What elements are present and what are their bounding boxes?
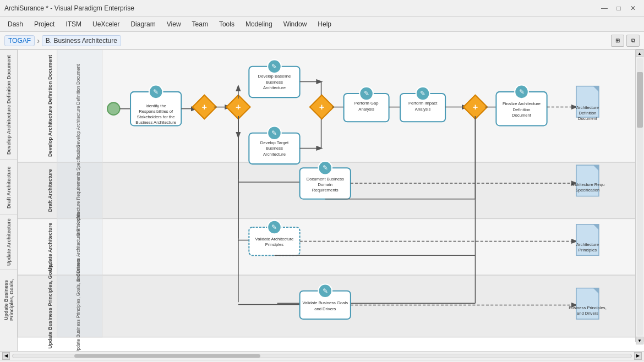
- menu-item-uexceler[interactable]: UeXceler: [87, 18, 125, 30]
- svg-text:✎: ✎: [271, 129, 277, 137]
- menu-item-window[interactable]: Window: [278, 18, 313, 30]
- svg-text:Analysis: Analysis: [358, 107, 374, 112]
- svg-text:Identify the: Identify the: [145, 103, 166, 108]
- svg-text:Requirements: Requirements: [312, 188, 339, 193]
- breadcrumb-nav: TOGAF › B. Business Architecture: [4, 35, 121, 46]
- svg-text:Business: Business: [266, 146, 283, 151]
- app-title: ArchiSurance * - Visual Paradigm Enterpr…: [4, 4, 134, 12]
- svg-text:Stakeholders for the: Stakeholders for the: [137, 114, 175, 119]
- hscroll-track: [12, 354, 632, 358]
- lane-label-1: Develop Architecture Definition Document: [0, 50, 17, 160]
- svg-text:✎: ✎: [153, 88, 159, 96]
- svg-text:Document Business: Document Business: [307, 177, 344, 182]
- svg-text:Develop Architecture Definitio: Develop Architecture Definition Document: [76, 64, 81, 147]
- lane-sidebar: Develop Architecture Definition Document…: [0, 50, 18, 351]
- menu-item-modeling[interactable]: Modeling: [240, 18, 278, 30]
- menu-item-view[interactable]: View: [161, 18, 187, 30]
- diagram-scroll[interactable]: ▲ ▼ Develop Architecture Definition Docu…: [18, 50, 644, 351]
- svg-text:Business: Business: [266, 80, 283, 85]
- scroll-left-arrow[interactable]: ◀: [2, 352, 10, 360]
- menu-item-team[interactable]: Team: [187, 18, 214, 30]
- lane-label-4: Update Business Principles, Goals,: [0, 270, 17, 330]
- svg-text:✎: ✎: [323, 164, 328, 172]
- vscroll-track: [637, 58, 643, 336]
- menu-item-itsm[interactable]: ITSM: [60, 18, 87, 30]
- svg-text:Business Architecture: Business Architecture: [135, 120, 176, 125]
- svg-text:✎: ✎: [323, 287, 328, 295]
- breadcrumb-root[interactable]: TOGAF: [4, 35, 35, 46]
- svg-text:Architecture: Architecture: [576, 242, 599, 247]
- svg-text:and Drivers: and Drivers: [577, 311, 598, 316]
- title-bar: ArchiSurance * - Visual Paradigm Enterpr…: [0, 0, 644, 17]
- svg-text:Perform Gap: Perform Gap: [354, 101, 379, 106]
- status-bar: ✉ 📋: [0, 360, 644, 362]
- svg-text:Document: Document: [578, 116, 598, 121]
- svg-text:Finalize Architecture: Finalize Architecture: [503, 101, 541, 106]
- scroll-right-arrow[interactable]: ▶: [634, 352, 642, 360]
- breadcrumb-tool-1[interactable]: ⊞: [611, 35, 624, 47]
- svg-text:Architecture: Architecture: [263, 85, 286, 90]
- scroll-down-arrow[interactable]: ▼: [636, 337, 643, 344]
- scroll-up-arrow[interactable]: ▲: [636, 50, 643, 57]
- breadcrumb-separator: ›: [37, 36, 40, 45]
- svg-text:and Drivers: and Drivers: [314, 306, 336, 311]
- main-area: Develop Architecture Definition Document…: [0, 50, 644, 351]
- minimize-button[interactable]: —: [598, 3, 611, 14]
- svg-text:Analysis: Analysis: [415, 107, 431, 112]
- svg-text:+: +: [319, 102, 325, 112]
- svg-text:✎: ✎: [519, 88, 525, 96]
- menu-bar: DashProjectITSMUeXcelerDiagramViewTeamTo…: [0, 17, 644, 32]
- window-controls: — □ ✕: [598, 3, 640, 14]
- svg-text:Perform Impact: Perform Impact: [408, 101, 438, 106]
- diagram-canvas: Develop Architecture Definition Document…: [18, 50, 644, 351]
- svg-text:✎: ✎: [420, 90, 425, 97]
- menu-item-diagram[interactable]: Diagram: [125, 18, 161, 30]
- svg-text:Principles: Principles: [265, 242, 283, 247]
- svg-text:Update Business Principles, Go: Update Business Principles, Goals,: [47, 264, 53, 349]
- svg-text:Develop Architecture Definitio: Develop Architecture Definition Document: [47, 55, 53, 157]
- svg-text:Validate Business Goals: Validate Business Goals: [302, 300, 348, 305]
- vscroll-thumb: [637, 72, 643, 128]
- menu-item-project[interactable]: Project: [29, 18, 60, 30]
- svg-text:Domain: Domain: [318, 182, 332, 187]
- svg-text:Update Business Principles, Go: Update Business Principles, Goals, and D…: [76, 259, 81, 351]
- hscroll-thumb: [74, 354, 260, 358]
- lane-label-3: Update Architecture: [0, 215, 17, 270]
- breadcrumb-bar: TOGAF › B. Business Architecture ⊞ ⧉: [0, 32, 644, 50]
- svg-text:Validate Architecture: Validate Architecture: [255, 237, 294, 242]
- svg-text:Architecture: Architecture: [263, 152, 286, 157]
- svg-text:+: +: [202, 102, 208, 112]
- breadcrumb-tools: ⊞ ⧉: [611, 35, 640, 47]
- svg-text:Architecture Requ: Architecture Requ: [571, 182, 604, 187]
- lane-label-2: Draft Architecture: [0, 160, 17, 215]
- svg-text:Draft Architecture: Draft Architecture: [47, 169, 53, 212]
- menu-item-dash[interactable]: Dash: [2, 18, 29, 30]
- svg-text:Specification: Specification: [576, 188, 599, 193]
- vertical-scrollbar[interactable]: ▲ ▼: [635, 50, 644, 342]
- svg-text:✎: ✎: [271, 223, 277, 231]
- horizontal-scrollbar[interactable]: ◀ ▶: [0, 351, 644, 360]
- svg-text:✎: ✎: [364, 90, 369, 97]
- close-button[interactable]: ✕: [626, 3, 640, 14]
- svg-text:✎: ✎: [271, 63, 277, 70]
- svg-text:Definition: Definition: [578, 111, 596, 116]
- svg-rect-2: [18, 219, 644, 276]
- svg-text:Document: Document: [512, 113, 532, 118]
- svg-text:Business Principles,: Business Principles,: [569, 305, 607, 310]
- svg-text:+: +: [473, 102, 478, 112]
- maximize-button[interactable]: □: [612, 3, 625, 14]
- svg-text:Principles: Principles: [578, 248, 597, 253]
- svg-text:Develop Target: Develop Target: [260, 140, 289, 145]
- svg-text:+: +: [236, 102, 241, 112]
- menu-item-tools[interactable]: Tools: [214, 18, 240, 30]
- breadcrumb-current: B. Business Architecture: [42, 35, 121, 46]
- menu-item-help[interactable]: Help: [312, 18, 337, 30]
- breadcrumb-tool-2[interactable]: ⧉: [626, 35, 640, 47]
- start-event: [107, 102, 120, 115]
- svg-text:Develop Baseline: Develop Baseline: [258, 74, 291, 79]
- svg-text:Definition: Definition: [513, 107, 531, 112]
- svg-text:Responsibilities of: Responsibilities of: [139, 109, 173, 114]
- svg-text:Architecture: Architecture: [576, 105, 599, 110]
